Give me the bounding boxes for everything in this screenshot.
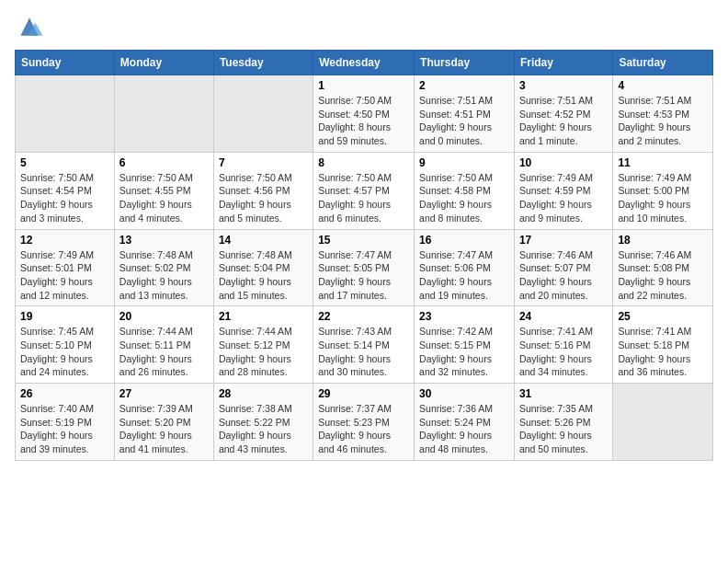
day-info: Sunrise: 7:50 AM Sunset: 4:57 PM Dayligh… xyxy=(318,171,409,225)
header-saturday: Saturday xyxy=(613,51,713,75)
day-info: Sunrise: 7:50 AM Sunset: 4:58 PM Dayligh… xyxy=(419,171,509,225)
day-info: Sunrise: 7:50 AM Sunset: 4:54 PM Dayligh… xyxy=(20,171,109,225)
calendar-cell xyxy=(114,75,213,153)
header-sunday: Sunday xyxy=(16,51,115,75)
day-info: Sunrise: 7:49 AM Sunset: 4:59 PM Dayligh… xyxy=(519,171,608,225)
page-header xyxy=(15,15,713,40)
day-number: 20 xyxy=(119,310,209,323)
day-number: 28 xyxy=(219,387,308,400)
calendar-cell: 28Sunrise: 7:38 AM Sunset: 5:22 PM Dayli… xyxy=(213,384,313,461)
day-info: Sunrise: 7:47 AM Sunset: 5:06 PM Dayligh… xyxy=(419,248,509,303)
day-number: 15 xyxy=(318,234,409,247)
day-info: Sunrise: 7:44 AM Sunset: 5:11 PM Dayligh… xyxy=(119,325,209,379)
day-info: Sunrise: 7:49 AM Sunset: 5:00 PM Dayligh… xyxy=(618,171,708,225)
day-info: Sunrise: 7:37 AM Sunset: 5:23 PM Dayligh… xyxy=(318,402,409,456)
calendar-cell: 11Sunrise: 7:49 AM Sunset: 5:00 PM Dayli… xyxy=(613,152,713,229)
day-number: 5 xyxy=(20,156,109,169)
calendar-cell: 4Sunrise: 7:51 AM Sunset: 4:53 PM Daylig… xyxy=(613,75,713,153)
day-info: Sunrise: 7:43 AM Sunset: 5:14 PM Dayligh… xyxy=(318,325,409,379)
calendar-cell: 14Sunrise: 7:48 AM Sunset: 5:04 PM Dayli… xyxy=(213,229,313,306)
day-number: 9 xyxy=(419,156,509,169)
calendar-cell: 17Sunrise: 7:46 AM Sunset: 5:07 PM Dayli… xyxy=(514,229,612,306)
day-info: Sunrise: 7:46 AM Sunset: 5:07 PM Dayligh… xyxy=(519,248,608,303)
calendar-header-row: SundayMondayTuesdayWednesdayThursdayFrid… xyxy=(16,51,713,75)
calendar-cell: 24Sunrise: 7:41 AM Sunset: 5:16 PM Dayli… xyxy=(514,306,612,384)
calendar-table: SundayMondayTuesdayWednesdayThursdayFrid… xyxy=(15,50,713,461)
calendar-cell: 19Sunrise: 7:45 AM Sunset: 5:10 PM Dayli… xyxy=(16,306,115,384)
calendar-cell: 31Sunrise: 7:35 AM Sunset: 5:26 PM Dayli… xyxy=(514,384,612,461)
day-number: 6 xyxy=(119,156,209,169)
calendar-cell: 9Sunrise: 7:50 AM Sunset: 4:58 PM Daylig… xyxy=(415,152,515,229)
calendar-cell: 30Sunrise: 7:36 AM Sunset: 5:24 PM Dayli… xyxy=(415,384,515,461)
calendar-cell xyxy=(213,75,313,153)
day-number: 25 xyxy=(618,310,708,323)
calendar-cell: 20Sunrise: 7:44 AM Sunset: 5:11 PM Dayli… xyxy=(114,306,213,384)
calendar-cell: 15Sunrise: 7:47 AM Sunset: 5:05 PM Dayli… xyxy=(313,229,415,306)
week-row-4: 19Sunrise: 7:45 AM Sunset: 5:10 PM Dayli… xyxy=(16,306,713,384)
calendar-cell: 7Sunrise: 7:50 AM Sunset: 4:56 PM Daylig… xyxy=(213,152,313,229)
day-number: 4 xyxy=(618,79,708,92)
day-number: 8 xyxy=(318,156,409,169)
logo xyxy=(15,15,48,40)
calendar-cell: 25Sunrise: 7:41 AM Sunset: 5:18 PM Dayli… xyxy=(613,306,713,384)
day-info: Sunrise: 7:35 AM Sunset: 5:26 PM Dayligh… xyxy=(519,402,608,456)
week-row-2: 5Sunrise: 7:50 AM Sunset: 4:54 PM Daylig… xyxy=(16,152,713,229)
day-number: 29 xyxy=(318,387,409,400)
day-info: Sunrise: 7:36 AM Sunset: 5:24 PM Dayligh… xyxy=(419,402,509,456)
calendar-cell: 22Sunrise: 7:43 AM Sunset: 5:14 PM Dayli… xyxy=(313,306,415,384)
calendar-cell xyxy=(613,384,713,461)
calendar-cell: 12Sunrise: 7:49 AM Sunset: 5:01 PM Dayli… xyxy=(16,229,115,306)
day-number: 26 xyxy=(20,387,109,400)
day-number: 19 xyxy=(20,310,109,323)
day-number: 2 xyxy=(419,79,509,92)
day-number: 3 xyxy=(519,79,608,92)
calendar-cell: 27Sunrise: 7:39 AM Sunset: 5:20 PM Dayli… xyxy=(114,384,213,461)
day-info: Sunrise: 7:51 AM Sunset: 4:51 PM Dayligh… xyxy=(419,94,509,148)
week-row-5: 26Sunrise: 7:40 AM Sunset: 5:19 PM Dayli… xyxy=(16,384,713,461)
header-wednesday: Wednesday xyxy=(313,51,415,75)
day-info: Sunrise: 7:48 AM Sunset: 5:04 PM Dayligh… xyxy=(219,248,308,303)
calendar-cell xyxy=(16,75,115,153)
day-number: 14 xyxy=(219,234,308,247)
week-row-3: 12Sunrise: 7:49 AM Sunset: 5:01 PM Dayli… xyxy=(16,229,713,306)
day-info: Sunrise: 7:41 AM Sunset: 5:16 PM Dayligh… xyxy=(519,325,608,379)
day-info: Sunrise: 7:45 AM Sunset: 5:10 PM Dayligh… xyxy=(20,325,109,379)
day-info: Sunrise: 7:42 AM Sunset: 5:15 PM Dayligh… xyxy=(419,325,509,379)
calendar-cell: 16Sunrise: 7:47 AM Sunset: 5:06 PM Dayli… xyxy=(415,229,515,306)
calendar-cell: 6Sunrise: 7:50 AM Sunset: 4:55 PM Daylig… xyxy=(114,152,213,229)
header-friday: Friday xyxy=(514,51,612,75)
day-number: 1 xyxy=(318,79,409,92)
day-info: Sunrise: 7:41 AM Sunset: 5:18 PM Dayligh… xyxy=(618,325,708,379)
day-number: 30 xyxy=(419,387,509,400)
day-info: Sunrise: 7:50 AM Sunset: 4:50 PM Dayligh… xyxy=(318,94,409,148)
calendar-cell: 26Sunrise: 7:40 AM Sunset: 5:19 PM Dayli… xyxy=(16,384,115,461)
day-number: 10 xyxy=(519,156,608,169)
day-number: 12 xyxy=(20,234,109,247)
day-number: 18 xyxy=(618,234,708,247)
day-info: Sunrise: 7:50 AM Sunset: 4:56 PM Dayligh… xyxy=(219,171,308,225)
day-info: Sunrise: 7:49 AM Sunset: 5:01 PM Dayligh… xyxy=(20,248,109,303)
header-thursday: Thursday xyxy=(415,51,515,75)
logo-icon xyxy=(15,15,44,40)
day-number: 23 xyxy=(419,310,509,323)
calendar-cell: 5Sunrise: 7:50 AM Sunset: 4:54 PM Daylig… xyxy=(16,152,115,229)
calendar-cell: 1Sunrise: 7:50 AM Sunset: 4:50 PM Daylig… xyxy=(313,75,415,153)
header-monday: Monday xyxy=(114,51,213,75)
day-info: Sunrise: 7:39 AM Sunset: 5:20 PM Dayligh… xyxy=(119,402,209,456)
week-row-1: 1Sunrise: 7:50 AM Sunset: 4:50 PM Daylig… xyxy=(16,75,713,153)
day-number: 21 xyxy=(219,310,308,323)
day-number: 22 xyxy=(318,310,409,323)
day-number: 24 xyxy=(519,310,608,323)
calendar-cell: 3Sunrise: 7:51 AM Sunset: 4:52 PM Daylig… xyxy=(514,75,612,153)
calendar-cell: 8Sunrise: 7:50 AM Sunset: 4:57 PM Daylig… xyxy=(313,152,415,229)
calendar-cell: 23Sunrise: 7:42 AM Sunset: 5:15 PM Dayli… xyxy=(415,306,515,384)
day-info: Sunrise: 7:40 AM Sunset: 5:19 PM Dayligh… xyxy=(20,402,109,456)
calendar-cell: 2Sunrise: 7:51 AM Sunset: 4:51 PM Daylig… xyxy=(415,75,515,153)
calendar-cell: 21Sunrise: 7:44 AM Sunset: 5:12 PM Dayli… xyxy=(213,306,313,384)
day-info: Sunrise: 7:44 AM Sunset: 5:12 PM Dayligh… xyxy=(219,325,308,379)
day-info: Sunrise: 7:38 AM Sunset: 5:22 PM Dayligh… xyxy=(219,402,308,456)
day-info: Sunrise: 7:47 AM Sunset: 5:05 PM Dayligh… xyxy=(318,248,409,303)
day-number: 13 xyxy=(119,234,209,247)
day-info: Sunrise: 7:51 AM Sunset: 4:52 PM Dayligh… xyxy=(519,94,608,148)
calendar-cell: 18Sunrise: 7:46 AM Sunset: 5:08 PM Dayli… xyxy=(613,229,713,306)
